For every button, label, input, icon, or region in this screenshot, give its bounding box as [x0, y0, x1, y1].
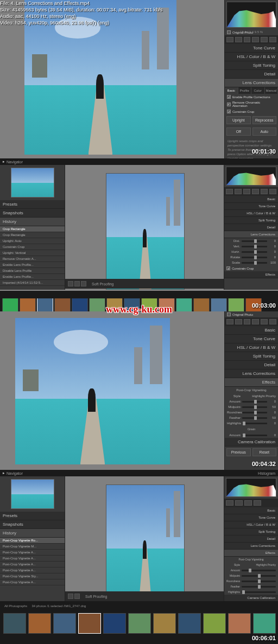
filmstrip-thumb[interactable] [211, 298, 227, 311]
history-item[interactable]: Upright: Auto [0, 238, 65, 244]
tab-basic[interactable]: Basic [225, 87, 238, 94]
slider-grain-amount[interactable]: Amount0 [225, 432, 278, 438]
soft-proofing-label[interactable]: Soft Proofing [85, 595, 107, 598]
crop-icon[interactable] [226, 37, 233, 42]
slider-row[interactable]: Dist.0 [224, 238, 278, 244]
filmstrip-thumb[interactable] [20, 298, 36, 311]
filmstrip-thumb[interactable] [53, 613, 76, 634]
spot-icon[interactable] [235, 500, 243, 506]
filmstrip-thumb[interactable] [54, 298, 71, 311]
panel-effects[interactable]: Effects [225, 378, 278, 387]
histogram[interactable] [226, 478, 276, 497]
crop-icon[interactable] [226, 189, 233, 194]
history-item[interactable]: Post-Crop Vignette M... [0, 544, 65, 550]
panel-hsl[interactable]: HSL / Color / B & W [224, 210, 278, 217]
filmstrip-thumb[interactable] [78, 613, 101, 634]
slider-row[interactable]: Horiz.0 [224, 249, 278, 254]
filmstrip[interactable] [0, 611, 278, 644]
check-enable-profile[interactable]: ✓Enable Profile Corrections [225, 94, 278, 100]
filmstrip-thumb[interactable] [89, 298, 105, 311]
checkbox-icon[interactable] [227, 313, 231, 316]
chevron-right-icon[interactable]: ▸ [3, 471, 5, 475]
btn-upright[interactable]: Upright [226, 116, 251, 124]
checkbox-icon[interactable]: ✓ [227, 95, 231, 99]
check-constrain-crop[interactable]: ✓Constrain Crop [225, 109, 278, 114]
panel-camera-calibration[interactable]: Camera Calibration [224, 595, 278, 601]
check-constrain-crop[interactable]: ✓Constrain Crop [224, 265, 278, 271]
slider-highlights[interactable]: Highlights0 [225, 420, 278, 426]
panel-tone-curve[interactable]: Tone Curve [224, 203, 278, 210]
history-item[interactable]: Imported (4/14/14 11:52:5... [0, 280, 65, 286]
panel-tone-curve[interactable]: Tone Curve [225, 335, 278, 343]
slider-midpoint[interactable]: Midpoint [224, 573, 278, 578]
filmstrip-thumb[interactable] [37, 298, 53, 311]
panel-basic[interactable]: Basic [225, 326, 278, 335]
history-item[interactable]: Post-Crop Vignette A... [0, 562, 65, 568]
history-item[interactable]: Post-Crop Vignette A... [0, 568, 65, 573]
history-item[interactable]: Crop Rectangle [0, 232, 65, 238]
brush-icon[interactable] [269, 319, 276, 324]
btn-previous[interactable]: Previous [226, 448, 251, 456]
filmstrip-thumb[interactable] [2, 298, 18, 311]
filmstrip-thumb[interactable] [253, 613, 276, 634]
panel-detail[interactable]: Detail [225, 70, 278, 79]
history-item[interactable]: Enable Lens Profile... [0, 262, 65, 268]
style-row[interactable]: StyleHighlight Priority [224, 562, 278, 568]
gradient-icon[interactable] [252, 319, 259, 324]
panel-lens-corrections[interactable]: Lens Corrections [224, 231, 278, 238]
slider-row[interactable]: Vert.0 [224, 244, 278, 249]
gradient-icon[interactable] [244, 500, 252, 506]
filmstrip-thumb[interactable] [153, 613, 176, 634]
slider-highlights[interactable]: Highlights [224, 589, 278, 595]
compare-icon[interactable] [81, 281, 86, 286]
history-item[interactable]: Crop Rectangle [0, 226, 65, 232]
loupe-icon[interactable] [74, 594, 80, 599]
loupe-icon[interactable] [74, 281, 80, 286]
panel-split-toning[interactable]: Split Toning [225, 61, 278, 70]
panel-split-toning[interactable]: Split Toning [224, 217, 278, 224]
panel-snapshots[interactable]: Snapshots [0, 520, 65, 529]
slider-row[interactable]: Scale100 [224, 260, 278, 265]
panel-basic[interactable]: Basic [224, 507, 278, 514]
radial-icon[interactable] [261, 319, 268, 324]
tab-profile[interactable]: Profile [238, 87, 252, 94]
filmstrip-thumb[interactable] [28, 613, 51, 634]
panel-split-toning[interactable]: Split Toning [225, 352, 278, 361]
panel-hsl[interactable]: HSL / Color / B & W [225, 53, 278, 61]
filmstrip-thumb[interactable] [3, 613, 26, 634]
canvas-area[interactable] [0, 311, 224, 470]
tab-color[interactable]: Color [251, 87, 265, 94]
spot-icon[interactable] [235, 189, 242, 194]
checkbox-icon[interactable]: ✓ [227, 110, 231, 113]
spot-icon[interactable] [235, 37, 242, 42]
history-item[interactable]: Post-Crop Vignette A... [0, 579, 65, 585]
panel-split-toning[interactable]: Split Toning [224, 528, 278, 535]
folder-label[interactable]: All Photographs [4, 604, 27, 608]
redeye-icon[interactable] [244, 37, 251, 42]
navigator-thumb[interactable] [11, 479, 54, 509]
grid-icon[interactable] [68, 594, 73, 599]
checkbox-icon[interactable]: ✓ [227, 103, 231, 106]
history-item[interactable]: Disable Lens Profile [0, 268, 65, 274]
canvas-area[interactable] [65, 476, 224, 601]
canvas-area[interactable] [65, 165, 224, 290]
history-item[interactable]: Post-Crop Vignette Ro... [0, 538, 65, 544]
tab-manual[interactable]: Manual [265, 87, 279, 94]
panel-hsl[interactable]: HSL / Color / B & W [225, 343, 278, 352]
gradient-icon[interactable] [252, 189, 259, 194]
radial-icon[interactable] [261, 37, 268, 42]
panel-presets[interactable]: Presets [0, 512, 65, 520]
grid-icon[interactable] [68, 281, 73, 286]
slider-midpoint[interactable]: Midpoint50 [225, 404, 278, 410]
slider-amount[interactable]: Amount0 [225, 399, 278, 404]
main-photo[interactable] [15, 318, 170, 464]
checkbox-icon[interactable]: ✓ [226, 266, 230, 270]
radial-icon[interactable] [261, 189, 268, 194]
panel-basic[interactable]: Basic [224, 196, 278, 203]
redeye-icon[interactable] [244, 319, 251, 324]
history-item[interactable]: Enable Lens Profile... [0, 274, 65, 280]
crop-icon[interactable] [226, 500, 233, 506]
panel-hsl[interactable]: HSL / Color / B & W [224, 521, 278, 528]
panel-lens-corrections[interactable]: Lens Corrections [225, 79, 278, 87]
panel-effects[interactable]: Effects [224, 271, 278, 278]
